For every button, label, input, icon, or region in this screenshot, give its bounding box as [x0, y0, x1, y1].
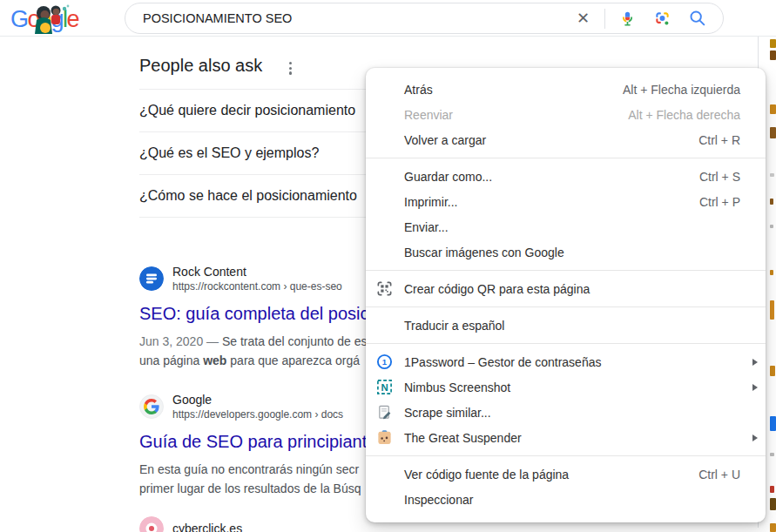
- result-site-name: Rock Content: [172, 264, 342, 279]
- search-input[interactable]: [141, 10, 575, 26]
- search-header: Google ✕: [0, 0, 776, 37]
- submenu-arrow-icon: [752, 384, 758, 391]
- menu-item-label: Crear código QR para esta página: [404, 282, 590, 296]
- menu-item-label: Inspeccionar: [404, 493, 473, 507]
- menu-item-buscar-imagenes-con-google[interactable]: Buscar imágenes con Google: [366, 239, 766, 265]
- people-also-ask-title: People also ask: [139, 54, 262, 77]
- menu-item-shortcut: Alt + Flecha izquierda: [623, 83, 740, 97]
- search-bar-divider: [604, 9, 605, 29]
- result-site-name: Google: [172, 392, 343, 407]
- menu-item-shortcut: Ctrl + U: [698, 468, 740, 481]
- menu-item-crear-codigo-qr[interactable]: Crear código QR para esta página: [366, 276, 766, 301]
- menu-separator: [366, 306, 766, 307]
- more-options-kebab-icon[interactable]: [287, 59, 294, 77]
- menu-icon-slot: [375, 490, 394, 509]
- menu-item-1password[interactable]: 1 1Password – Gestor de contraseñas: [366, 349, 766, 374]
- menu-item-imprimir[interactable]: Imprimir... Ctrl + P: [366, 189, 766, 214]
- menu-icon-slot: [375, 131, 394, 150]
- submenu-arrow-icon: [752, 434, 758, 441]
- result-url: https://developers.google.com › docs: [172, 407, 343, 421]
- sidebar-fragment: [770, 523, 776, 532]
- menu-icon-slot: [375, 192, 394, 212]
- menu-item-label: Ver código fuente de la página: [404, 468, 569, 481]
- submenu-arrow-icon: [752, 359, 758, 366]
- menu-item-the-great-suspender[interactable]: The Great Suspender: [366, 425, 766, 450]
- menu-item-reenviar: Reenviar Alt + Flecha derecha: [366, 102, 766, 127]
- menu-item-atras[interactable]: Atrás Alt + Flecha izquierda: [366, 77, 766, 102]
- menu-icon-slot: [375, 218, 394, 237]
- menu-item-inspeccionar[interactable]: Inspeccionar: [366, 487, 766, 512]
- menu-separator: [366, 270, 766, 271]
- sidebar-fragment: [770, 270, 773, 275]
- menu-item-label: Guardar como...: [404, 170, 492, 184]
- svg-text:1: 1: [381, 357, 387, 367]
- sidebar-fragment: [770, 127, 776, 138]
- menu-item-scrape-similar[interactable]: Scrape similar...: [366, 400, 766, 425]
- menu-item-label: The Great Suspender: [404, 431, 522, 445]
- sidebar-fragment: [770, 300, 774, 320]
- sidebar-fragment: [770, 498, 776, 510]
- menu-item-label: Enviar...: [404, 220, 449, 234]
- menu-item-enviar[interactable]: Enviar...: [366, 214, 766, 239]
- menu-item-label: Traducir a español: [404, 319, 504, 333]
- sidebar-fragment: [770, 104, 776, 114]
- result-url: https://rockcontent.com › que-es-seo: [172, 279, 342, 293]
- sidebar-fragment: [770, 453, 774, 456]
- sidebar-fragment: [770, 416, 776, 431]
- menu-item-label: Volver a cargar: [404, 133, 486, 147]
- sidebar-fragment: [770, 225, 773, 228]
- qr-code-icon: [375, 279, 394, 299]
- menu-item-label: Atrás: [404, 83, 433, 97]
- google-favicon: [139, 394, 164, 419]
- sidebar-fragment: [770, 366, 775, 376]
- cyberclick-favicon: [139, 516, 164, 532]
- browser-context-menu: Atrás Alt + Flecha izquierda Reenviar Al…: [366, 68, 766, 522]
- menu-separator: [366, 455, 766, 456]
- menu-item-label: Nimbus Screenshot: [404, 380, 510, 394]
- google-lens-icon[interactable]: [653, 10, 671, 28]
- sidebar-fragment: [770, 51, 776, 60]
- menu-item-shortcut: Alt + Flecha derecha: [628, 108, 740, 122]
- sidebar-fragment: [770, 39, 776, 48]
- menu-icon-slot: [375, 465, 394, 484]
- menu-item-nimbus-screenshot[interactable]: N Nimbus Screenshot: [366, 374, 766, 400]
- nimbus-icon: N: [375, 378, 394, 397]
- sidebar-fragment: [770, 199, 773, 205]
- google-logo-graphic: Google: [10, 3, 94, 34]
- menu-icon-slot: [375, 80, 394, 99]
- menu-item-shortcut: Ctrl + P: [699, 195, 740, 209]
- menu-separator: [366, 158, 766, 158]
- menu-item-shortcut: Ctrl + S: [699, 170, 740, 184]
- menu-item-traducir-a-espanol[interactable]: Traducir a español: [366, 313, 766, 338]
- menu-item-label: Buscar imágenes con Google: [404, 246, 564, 259]
- search-icon[interactable]: [688, 9, 707, 28]
- rock-content-favicon: [139, 266, 164, 291]
- clear-search-icon[interactable]: ✕: [575, 10, 591, 26]
- menu-icon-slot: [375, 167, 394, 186]
- menu-item-shortcut: Ctrl + R: [698, 133, 740, 147]
- google-doodle-logo[interactable]: Google: [10, 3, 94, 34]
- menu-item-label: 1Password – Gestor de contraseñas: [404, 355, 601, 369]
- menu-item-label: Scrape similar...: [404, 406, 491, 420]
- menu-icon-slot: [375, 105, 394, 125]
- menu-item-guardar-como[interactable]: Guardar como... Ctrl + S: [366, 164, 766, 189]
- menu-separator: [366, 343, 766, 344]
- scrape-similar-icon: [375, 403, 394, 422]
- search-bar-icons: ✕: [575, 9, 709, 29]
- sidebar-fragment: [770, 173, 774, 177]
- menu-icon-slot: [375, 243, 394, 262]
- sidebar-fragment: [770, 486, 774, 493]
- great-suspender-icon: [375, 428, 394, 448]
- google-search-page: Google ✕: [0, 0, 776, 532]
- menu-item-label: Reenviar: [404, 108, 453, 122]
- search-bar[interactable]: ✕: [125, 3, 724, 34]
- voice-search-icon[interactable]: [618, 10, 637, 28]
- svg-text:N: N: [381, 382, 388, 393]
- menu-item-label: Imprimir...: [404, 195, 457, 209]
- menu-icon-slot: [375, 316, 394, 335]
- menu-item-ver-codigo-fuente[interactable]: Ver código fuente de la página Ctrl + U: [366, 461, 766, 487]
- menu-item-volver-a-cargar[interactable]: Volver a cargar Ctrl + R: [366, 127, 766, 152]
- onepassword-icon: 1: [375, 353, 394, 372]
- result-site-name: cyberclick.es: [172, 521, 242, 532]
